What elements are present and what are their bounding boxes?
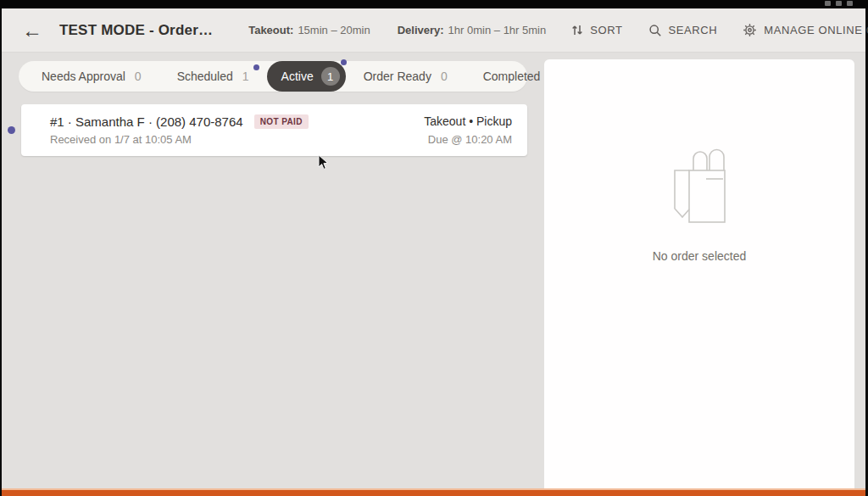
bottom-accent-bar [2, 488, 865, 496]
tab-active[interactable]: Active 1 [267, 61, 346, 92]
takeout-prep-time: Takeout: 15min – 20min [248, 24, 370, 36]
manage-online-orders-label: MANAGE ONLINE ORDERS [764, 24, 868, 36]
sort-label: SORT [590, 24, 622, 36]
sort-icon [571, 24, 583, 36]
tab-order-ready[interactable]: Order Ready 0 [346, 61, 465, 92]
shopping-bag-icon [665, 144, 733, 229]
empty-state-text: No order selected [653, 249, 747, 263]
app-header: ← TEST MODE - Order… Takeout: 15min – 20… [2, 8, 865, 53]
gear-icon [743, 23, 757, 37]
manage-online-orders-button[interactable]: MANAGE ONLINE ORDERS [743, 23, 868, 37]
back-button[interactable]: ← [17, 19, 47, 42]
search-label: SEARCH [669, 24, 718, 36]
tab-label: Active [281, 70, 314, 83]
back-arrow-icon: ← [22, 19, 42, 42]
takeout-value: 15min – 20min [298, 24, 370, 36]
app-screen: ← TEST MODE - Order… Takeout: 15min – 20… [2, 8, 865, 496]
tab-scheduled[interactable]: Scheduled 1 [159, 61, 267, 92]
order-received-time: Received on 1/7 at 10:05 AM [50, 133, 424, 146]
tab-label: Order Ready [364, 70, 431, 83]
search-button[interactable]: SEARCH [648, 24, 718, 37]
order-title: #1 · Samantha F · (208) 470-8764 [50, 114, 243, 129]
tab-bar: Needs Approval 0 Scheduled 1 Active 1 Or… [19, 61, 527, 92]
tab-count-badge: 0 [441, 70, 448, 83]
order-fulfillment-type: Takeout • Pickup [424, 114, 512, 128]
tab-notification-dot [253, 64, 259, 70]
tab-count-badge: 1 [242, 70, 249, 83]
tab-count-badge: 0 [135, 70, 142, 83]
status-bar-icons [825, 1, 853, 6]
order-due-time: Due @ 10:20 AM [424, 133, 512, 146]
not-paid-badge: NOT PAID [254, 114, 309, 129]
order-card[interactable]: #1 · Samantha F · (208) 470-8764 NOT PAI… [21, 104, 527, 156]
unread-indicator-dot [8, 126, 15, 134]
delivery-label: Delivery: [398, 24, 444, 36]
order-detail-panel: No order selected [544, 59, 854, 488]
tab-label: Completed [483, 70, 541, 83]
tab-needs-approval[interactable]: Needs Approval 0 [24, 61, 159, 92]
tab-count-badge: 1 [321, 67, 340, 86]
delivery-value: 1hr 0min – 1hr 5min [448, 24, 547, 36]
mouse-cursor [318, 154, 329, 170]
sort-button[interactable]: SORT [571, 24, 622, 36]
page-title: TEST MODE - Order… [59, 22, 213, 39]
content-area: Needs Approval 0 Scheduled 1 Active 1 Or… [2, 53, 865, 488]
takeout-label: Takeout: [248, 24, 293, 36]
tab-label: Needs Approval [42, 70, 125, 83]
delivery-prep-time: Delivery: 1hr 0min – 1hr 5min [398, 24, 547, 36]
empty-state: No order selected [544, 144, 854, 263]
status-bar [0, 0, 868, 8]
search-icon [648, 24, 662, 37]
device-frame: ← TEST MODE - Order… Takeout: 15min – 20… [0, 0, 868, 496]
tab-label: Scheduled [177, 70, 233, 83]
